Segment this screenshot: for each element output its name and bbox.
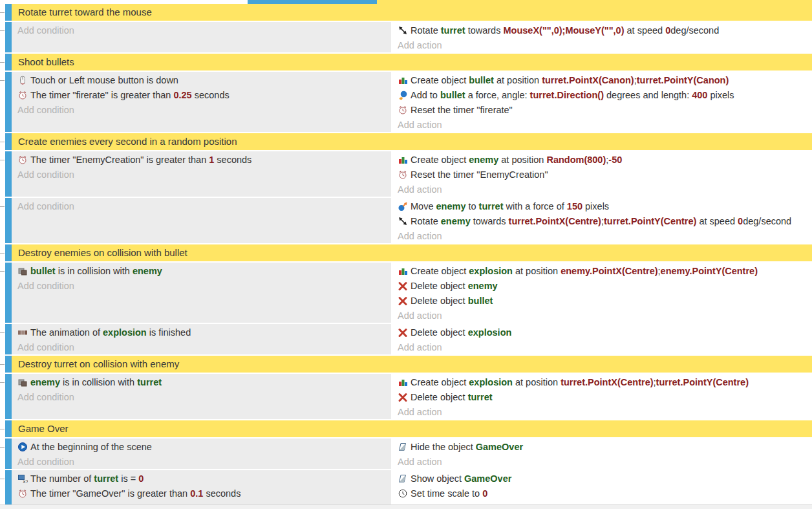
action-row[interactable]: Delete object explosion [393, 325, 812, 340]
condition-row[interactable]: bullet is in collision with enemy [12, 264, 391, 279]
add-condition-button[interactable]: Add condition [12, 455, 391, 469]
event-drag-handle[interactable] [5, 324, 12, 354]
conditions-column: The timer "EnemyCreation" is greater tha… [12, 151, 391, 197]
action-row[interactable]: Reset the timer "firerate" [393, 103, 812, 118]
add-action-button[interactable]: Add action [393, 340, 812, 354]
add-action-button[interactable]: Add action [393, 405, 812, 419]
condition-row[interactable]: The animation of explosion is finished [12, 325, 391, 340]
action-row[interactable]: Move enemy to turret with a force of 150… [393, 199, 812, 214]
event-drag-handle[interactable] [5, 4, 12, 21]
collision-icon [17, 377, 28, 387]
object-name: turret [94, 473, 118, 484]
horizontal-scrollbar-thumb[interactable] [248, 0, 377, 4]
comment-block: Destroy turret on collision with enemy [0, 356, 812, 373]
instruction-text: deg/second [670, 25, 719, 36]
event-block: Add conditionMove enemy to turret with a… [0, 198, 812, 243]
add-condition-button[interactable]: Add condition [12, 390, 391, 404]
instruction-text: at position [498, 155, 546, 165]
event-drag-handle[interactable] [5, 151, 12, 197]
condition-row[interactable]: x?The number of turret is = 0 [12, 471, 391, 486]
event-drag-handle[interactable] [5, 263, 12, 323]
event-drag-handle[interactable] [5, 72, 12, 132]
action-row[interactable]: Create object explosion at position enem… [393, 264, 812, 279]
action-row[interactable]: Create object enemy at position Random(8… [393, 153, 812, 168]
event-drag-handle[interactable] [5, 470, 12, 509]
add-condition-button[interactable]: Add condition [12, 279, 391, 293]
conditions-column: enemy is in collision with turretAdd con… [12, 374, 391, 419]
event-drag-handle[interactable] [5, 22, 12, 52]
add-action-button[interactable]: Add action [393, 309, 812, 323]
comment-row[interactable]: Shoot bullets [12, 54, 812, 70]
condition-row[interactable]: The timer "GameOver" is greater than 0.1… [12, 486, 391, 501]
action-row[interactable]: Rotate turret towards MouseX("",0);Mouse… [393, 23, 812, 38]
expression-value: turret.PointY(Centre) [656, 377, 749, 387]
event-gutter [0, 374, 5, 419]
instruction-text: Create object [411, 155, 469, 165]
instruction-text: The timer "firerate" is greater than [30, 90, 173, 100]
comment-row[interactable]: Rotate turret toward the mouse [12, 4, 812, 21]
rotate-icon [398, 216, 408, 226]
action-row[interactable]: Rotate enemy towards turret.PointX(Centr… [393, 214, 812, 229]
add-action-button[interactable]: Add action [393, 38, 812, 52]
instruction-text: seconds [192, 90, 230, 100]
condition-row[interactable]: The timer "firerate" is greater than 0.2… [12, 88, 391, 103]
comment-row[interactable]: Create enemies every second in a random … [12, 133, 812, 150]
instruction-text: Create object [411, 266, 469, 276]
expression-value: MouseX("",0);MouseY("",0) [503, 25, 624, 36]
add-condition-button[interactable]: Add condition [12, 199, 391, 213]
object-name: bullet [469, 75, 494, 85]
instruction-text: at position [494, 75, 542, 85]
add-condition-button[interactable]: Add condition [12, 103, 391, 117]
actions-column: Delete object explosionAdd action [393, 324, 812, 354]
condition-row[interactable]: enemy is in collision with turret [12, 375, 391, 390]
add-action-button[interactable]: Add action [393, 182, 812, 197]
event-drag-handle[interactable] [5, 54, 12, 70]
instruction-text: Delete object [411, 392, 468, 402]
event-drag-handle[interactable] [5, 374, 12, 419]
event-drag-handle[interactable] [5, 133, 12, 150]
mouse-icon [17, 75, 28, 85]
instruction-text: seconds [214, 155, 251, 165]
event-gutter [0, 420, 5, 437]
add-condition-button[interactable]: Add condition [12, 168, 391, 182]
top-scroll-area [0, 0, 812, 4]
action-row[interactable]: Delete object bullet [393, 294, 812, 309]
instruction-text: is in collision with [60, 377, 137, 387]
condition-row[interactable]: Touch or Left mouse button is down [12, 73, 391, 88]
instruction-text: Rotate [411, 25, 441, 36]
add-action-button[interactable]: Add action [393, 455, 812, 469]
event-drag-handle[interactable] [5, 198, 12, 243]
condition-row[interactable]: The timer "EnemyCreation" is greater tha… [12, 153, 391, 168]
action-row[interactable]: Hide the object GameOver [393, 440, 812, 455]
add-action-button[interactable]: Add action [393, 118, 812, 132]
add-action-button[interactable]: Add action [393, 229, 812, 243]
action-row[interactable]: Delete object turret [393, 390, 812, 405]
conditions-column: Touch or Left mouse button is downThe ti… [12, 72, 391, 132]
action-row[interactable]: Create object explosion at position turr… [393, 375, 812, 390]
instruction-text: at speed [624, 25, 665, 36]
add-condition-button[interactable]: Add condition [12, 23, 391, 38]
delete-icon [398, 296, 408, 306]
bottom-scrollbar[interactable] [0, 504, 812, 509]
event-gutter [0, 133, 5, 150]
action-row[interactable]: Show object GameOver [393, 471, 812, 486]
object-name: enemy [469, 155, 498, 165]
comment-row[interactable]: Destroy turret on collision with enemy [12, 356, 812, 373]
event-drag-handle[interactable] [5, 420, 12, 437]
comment-row[interactable]: Destroy enemies on collision with bullet [12, 244, 812, 261]
event-drag-handle[interactable] [5, 356, 12, 373]
action-row[interactable]: Add to bullet a force, angle: turret.Dir… [393, 88, 812, 103]
object-name: explosion [103, 327, 147, 338]
comment-row[interactable]: Game Over [12, 420, 812, 437]
add-condition-button[interactable]: Add condition [12, 340, 391, 354]
action-row[interactable]: Reset the timer "EnemyCreation" [393, 168, 812, 182]
event-drag-handle[interactable] [5, 244, 12, 261]
event-drag-handle[interactable] [5, 439, 12, 469]
action-row[interactable]: Create object bullet at position turret.… [393, 73, 812, 88]
action-row[interactable]: Delete object enemy [393, 279, 812, 294]
action-row[interactable]: Set time scale to 0 [393, 486, 812, 501]
event-gutter [0, 263, 5, 323]
condition-row[interactable]: At the beginning of the scene [12, 440, 391, 455]
comment-block: Shoot bullets [0, 54, 812, 70]
instruction-text: Show object [411, 473, 464, 484]
